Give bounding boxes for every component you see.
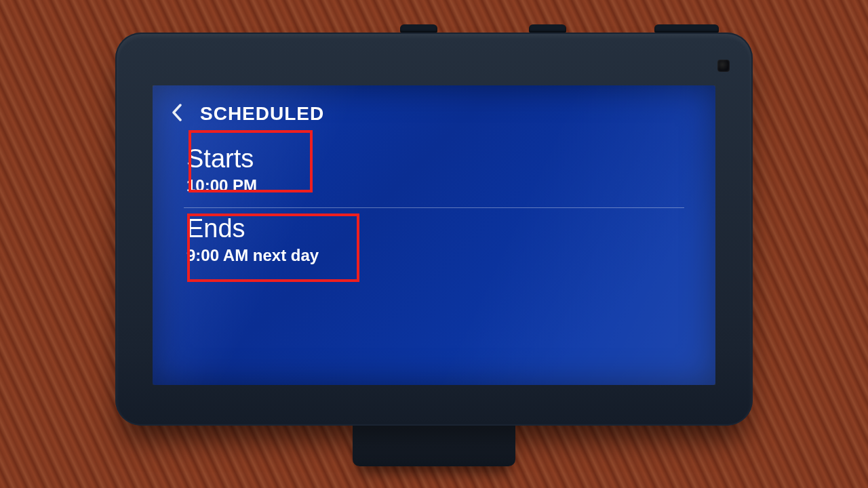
camera-lens	[717, 60, 730, 72]
screen-title: SCHEDULED	[200, 103, 324, 125]
schedule-end-label: Ends	[186, 215, 682, 243]
schedule-list: Starts 10:00 PM Ends 9:00 AM next day	[153, 133, 715, 277]
screen-header: SCHEDULED	[153, 85, 715, 133]
schedule-start-row[interactable]: Starts 10:00 PM	[184, 138, 684, 208]
schedule-end-row[interactable]: Ends 9:00 AM next day	[184, 208, 684, 277]
schedule-start-label: Starts	[186, 145, 682, 174]
schedule-end-value: 9:00 AM next day	[186, 246, 682, 265]
echo-show-device: SCHEDULED Starts 10:00 PM Ends 9:00 AM n…	[115, 33, 753, 426]
back-button[interactable]	[167, 104, 188, 124]
hardware-button	[654, 24, 719, 33]
schedule-start-value: 10:00 PM	[186, 176, 682, 195]
hardware-button	[400, 24, 437, 33]
device-stand	[353, 419, 515, 466]
chevron-left-icon	[171, 103, 184, 125]
hardware-button	[529, 24, 566, 33]
touch-screen[interactable]: SCHEDULED Starts 10:00 PM Ends 9:00 AM n…	[153, 85, 715, 385]
